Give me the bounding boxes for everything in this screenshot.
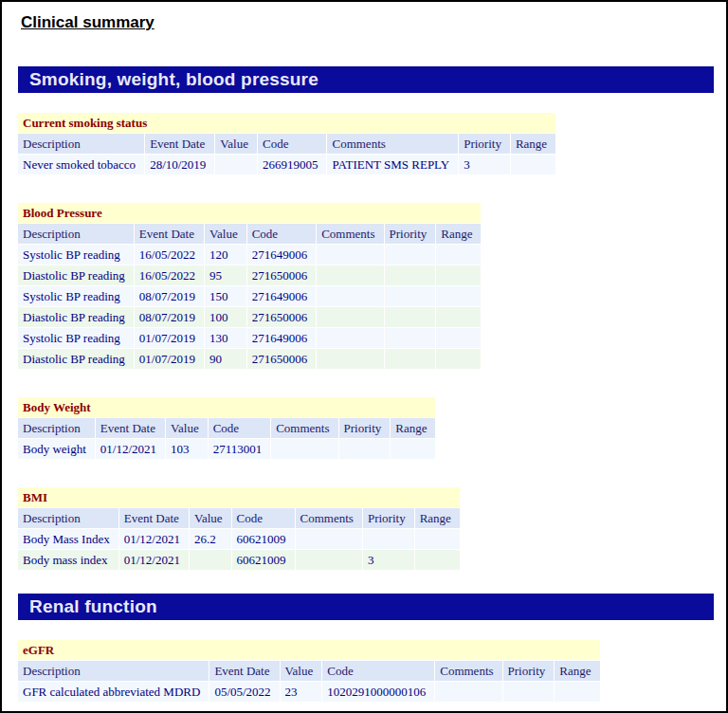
table-cell: 01/07/2019: [135, 328, 204, 348]
table-cell: 95: [205, 265, 246, 285]
table-cell: Body weight: [18, 439, 95, 459]
column-header: Event Date: [119, 508, 189, 528]
column-header: Code: [247, 224, 317, 244]
column-header: Priority: [339, 418, 391, 438]
table-cell: [511, 155, 555, 174]
table-cell: [385, 286, 436, 306]
table-cell: 120: [205, 245, 246, 265]
table-cell: [391, 439, 435, 459]
table-cell: [436, 328, 481, 348]
table-cell: 271649006: [247, 286, 317, 306]
table-cell: [317, 307, 383, 327]
column-header: Description: [18, 418, 95, 438]
table-row: GFR calculated abbreviated MDRD05/05/202…: [18, 682, 600, 702]
table-title: eGFR: [18, 640, 600, 660]
table-cell: [317, 328, 383, 348]
column-header: Range: [511, 134, 555, 154]
table-cell: [385, 349, 436, 369]
observations-table: BMI DescriptionEvent DateValueCodeCommen…: [17, 486, 461, 571]
section-tables: eGFR DescriptionEvent DateValueCodeComme…: [2, 639, 726, 703]
column-header: Range: [555, 661, 599, 681]
table-cell: 3: [363, 550, 414, 570]
table-row: Systolic BP reading08/07/201915027164900…: [18, 286, 481, 306]
table-row: Body weight01/12/202110327113001: [18, 439, 435, 459]
table-cell: 01/12/2021: [96, 439, 165, 459]
table-cell: [436, 307, 481, 327]
table-cell: 26.2: [190, 529, 231, 549]
table-title-row: Body Weight: [18, 397, 435, 417]
column-header: Priority: [363, 508, 414, 528]
table-cell: Systolic BP reading: [18, 245, 134, 265]
table-cell: [363, 529, 414, 549]
table-cell: 16/05/2022: [135, 245, 204, 265]
column-header: Priority: [385, 224, 436, 244]
column-header: Value: [205, 224, 246, 244]
table-cell: [415, 550, 460, 570]
table-cell: Systolic BP reading: [18, 328, 134, 348]
table-cell: 08/07/2019: [135, 307, 204, 327]
table-title-row: Blood Pressure: [18, 203, 481, 223]
table-cell: 28/10/2019: [145, 155, 214, 174]
table-cell: 130: [205, 328, 246, 348]
table-cell: [385, 265, 436, 285]
column-header: Value: [281, 661, 322, 681]
column-header: Value: [215, 134, 257, 154]
table-row: Body Mass Index01/12/202126.260621009: [18, 529, 460, 549]
column-header: Code: [258, 134, 327, 154]
table-cell: [215, 155, 257, 174]
table-cell: GFR calculated abbreviated MDRD: [18, 682, 209, 702]
table-cell: [415, 529, 460, 549]
section-banner: Smoking, weight, blood pressure: [18, 66, 714, 93]
column-header: Comments: [296, 508, 362, 528]
table-row: Systolic BP reading16/05/202212027164900…: [18, 245, 481, 265]
table-cell: Never smoked tobacco: [18, 155, 144, 174]
table-cell: 01/12/2021: [119, 550, 189, 570]
table-header-row: DescriptionEvent DateValueCodeCommentsPr…: [18, 508, 460, 528]
table-title-row: Current smoking status: [18, 113, 555, 133]
table-header-row: DescriptionEvent DateValueCodeCommentsPr…: [18, 224, 481, 244]
table-cell: 271649006: [247, 245, 317, 265]
table-cell: 23: [281, 682, 322, 702]
table-cell: [339, 439, 391, 459]
table-cell: 3: [459, 155, 510, 174]
table-cell: 150: [205, 286, 246, 306]
table-cell: 271650006: [247, 307, 317, 327]
table-cell: Diastolic BP reading: [18, 265, 134, 285]
table-title: Current smoking status: [18, 113, 555, 133]
table-cell: [190, 550, 231, 570]
column-header: Code: [209, 418, 271, 438]
table-cell: [385, 307, 436, 327]
column-header: Code: [232, 508, 295, 528]
table-row: Systolic BP reading01/07/201913027164900…: [18, 328, 481, 348]
table-cell: 08/07/2019: [135, 286, 204, 306]
table-row: Body mass index01/12/2021606210093: [18, 550, 460, 570]
column-header: Priority: [459, 134, 510, 154]
column-header: Priority: [503, 661, 555, 681]
table-cell: [317, 245, 383, 265]
column-header: Description: [18, 134, 144, 154]
observations-table: Body Weight DescriptionEvent DateValueCo…: [17, 396, 436, 460]
table-cell: Body Mass Index: [18, 529, 118, 549]
table-header-row: DescriptionEvent DateValueCodeCommentsPr…: [18, 134, 555, 154]
table-row: Diastolic BP reading16/05/20229527165000…: [18, 265, 481, 285]
table-header-row: DescriptionEvent DateValueCodeCommentsPr…: [18, 661, 600, 681]
table-cell: 266919005: [258, 155, 327, 174]
section-banner: Renal function: [18, 594, 714, 620]
table-title: BMI: [18, 487, 460, 507]
column-header: Value: [166, 418, 208, 438]
column-header: Range: [436, 224, 481, 244]
table-cell: Body mass index: [18, 550, 118, 570]
table-cell: [436, 245, 481, 265]
observations-table: Current smoking status DescriptionEvent …: [17, 112, 556, 175]
observations-table: Blood Pressure DescriptionEvent DateValu…: [17, 202, 482, 370]
column-header: Comments: [317, 224, 383, 244]
table-row: Diastolic BP reading01/07/20199027165000…: [18, 349, 481, 369]
sections-container: Smoking, weight, blood pressure Current …: [2, 66, 726, 703]
column-header: Event Date: [209, 661, 279, 681]
table-cell: [385, 328, 436, 348]
table-cell: 100: [205, 307, 246, 327]
column-header: Event Date: [145, 134, 214, 154]
table-cell: 271650006: [247, 265, 317, 285]
table-cell: [317, 265, 383, 285]
table-cell: [436, 286, 481, 306]
